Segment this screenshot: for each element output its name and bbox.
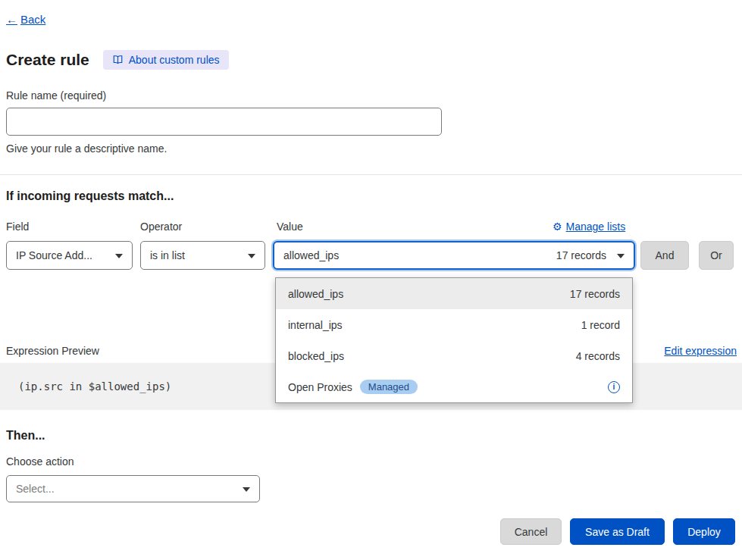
and-button[interactable]: And (640, 241, 689, 270)
field-select-value: IP Source Add... (16, 249, 92, 261)
info-icon[interactable]: i (608, 381, 620, 393)
or-button[interactable]: Or (699, 241, 734, 270)
page-title: Create rule (6, 51, 89, 69)
about-custom-rules-label: About custom rules (129, 54, 220, 66)
cancel-button[interactable]: Cancel (500, 518, 562, 545)
list-count: 4 records (576, 350, 620, 362)
managed-badge: Managed (360, 380, 418, 394)
rule-name-help: Give your rule a descriptive name. (6, 142, 167, 155)
list-name: allowed_ips (288, 288, 343, 300)
list-item-allowed-ips[interactable]: allowed_ips 17 records (276, 278, 632, 309)
field-select[interactable]: IP Source Add... (6, 241, 133, 270)
list-name: blocked_ips (288, 350, 344, 362)
list-item-open-proxies[interactable]: Open Proxies Managed i (276, 371, 632, 402)
chevron-down-icon (248, 254, 255, 258)
list-name: internal_ips (288, 319, 343, 331)
book-icon (112, 55, 124, 65)
back-link[interactable]: ← Back (6, 13, 45, 26)
match-section-title: If incoming requests match... (6, 189, 174, 203)
deploy-button[interactable]: Deploy (673, 518, 735, 545)
chevron-down-icon (243, 487, 250, 492)
value-select-value: allowed_ips (283, 249, 339, 261)
value-select[interactable]: allowed_ips 17 records (273, 241, 635, 270)
expression-preview-label: Expression Preview (6, 345, 99, 357)
list-count: 1 record (581, 319, 620, 331)
operator-select-value: is in list (150, 249, 185, 261)
choose-action-label: Choose action (6, 455, 74, 468)
operator-select[interactable]: is in list (140, 241, 265, 270)
operator-label: Operator (140, 221, 182, 233)
title-row: Create rule About custom rules (6, 50, 229, 70)
list-item-internal-ips[interactable]: internal_ips 1 record (276, 309, 632, 340)
rule-name-label: Rule name (required) (6, 89, 106, 102)
manage-lists-link[interactable]: ⚙ Manage lists (553, 221, 625, 233)
rule-name-input[interactable] (6, 108, 442, 136)
field-label: Field (6, 221, 29, 233)
list-count: 17 records (570, 288, 620, 300)
gear-icon: ⚙ (553, 221, 562, 233)
value-select-meta: 17 records (556, 249, 606, 261)
save-as-draft-button[interactable]: Save as Draft (570, 518, 665, 545)
chevron-down-icon (617, 254, 625, 258)
list-name: Open Proxies (288, 381, 352, 393)
value-dropdown-panel: allowed_ips 17 records internal_ips 1 re… (275, 277, 633, 403)
then-section-title: Then... (6, 429, 45, 443)
edit-expression-link[interactable]: Edit expression (664, 345, 737, 357)
section-divider (0, 174, 742, 175)
action-select[interactable]: Select... (6, 475, 260, 502)
about-custom-rules-link[interactable]: About custom rules (103, 50, 229, 70)
expression-code: (ip.src in $allowed_ips) (18, 380, 171, 393)
manage-lists-label: Manage lists (566, 221, 626, 233)
arrow-left-icon: ← (6, 13, 17, 26)
back-label: Back (20, 13, 45, 26)
create-rule-page: ← Back Create rule About custom rules Ru… (0, 0, 742, 560)
value-label: Value (277, 221, 303, 233)
action-select-placeholder: Select... (16, 483, 55, 495)
chevron-down-icon (115, 254, 123, 258)
list-item-blocked-ips[interactable]: blocked_ips 4 records (276, 340, 632, 371)
